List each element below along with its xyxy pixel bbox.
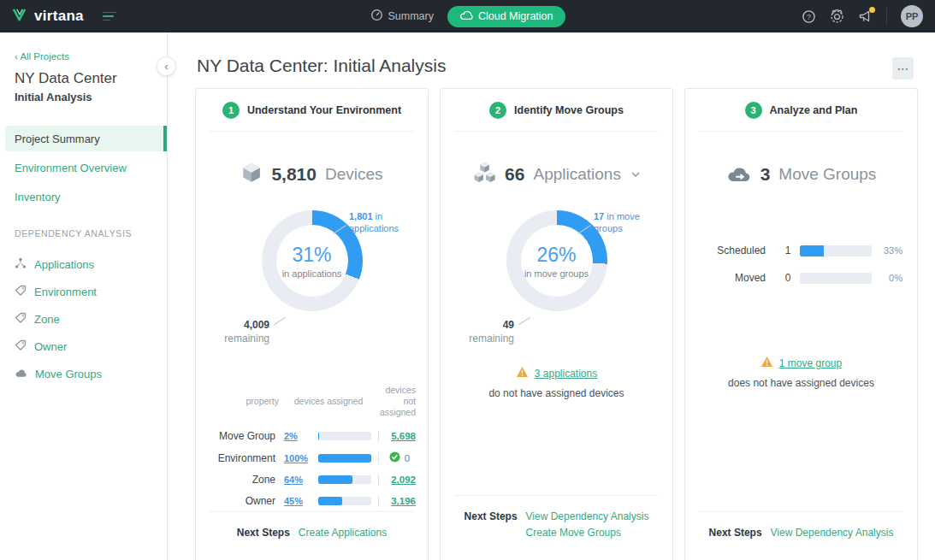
project-title: NY Data Center (15, 70, 167, 87)
cloud-icon (459, 9, 473, 24)
table-divider (378, 496, 379, 507)
check-circle-icon (389, 451, 400, 464)
settings-gear-icon[interactable] (830, 9, 844, 24)
bar-percent: 0% (872, 273, 902, 283)
assigned-percent-link[interactable]: 2% (284, 431, 318, 441)
row-label: Owner (210, 495, 284, 507)
sidebar-item-project-summary[interactable]: Project Summary (5, 126, 167, 151)
applications-count: 66 (505, 164, 524, 185)
row-label: Zone (210, 474, 284, 486)
devices-donut-chart: 31% in applications 1,801 in application… (210, 203, 414, 349)
page-title: NY Data Center: Initial Analysis (197, 56, 935, 76)
next-steps-label: Next Steps (237, 527, 290, 539)
assigned-bar (318, 454, 371, 463)
next-steps-label: Next Steps (465, 510, 518, 522)
virtana-logo[interactable]: virtana (12, 8, 84, 26)
gauge-icon (370, 9, 382, 24)
sidebar-item-inventory[interactable]: Inventory (0, 184, 167, 209)
more-options-button[interactable]: ⋯ (892, 57, 914, 80)
chevron-down-icon (631, 171, 640, 178)
sidebar-collapse-button[interactable]: ‹ (157, 56, 176, 76)
complete-value: 0 (383, 451, 416, 464)
assigned-percent-link[interactable]: 64% (284, 475, 318, 485)
sidebar-item-environment[interactable]: Environment (0, 278, 167, 305)
topbar-divider (886, 8, 887, 25)
bar-label: Moved (699, 272, 776, 284)
main-content: NY Data Center: Initial Analysis ⋯ 1 Und… (169, 32, 935, 560)
applications-label: Applications (533, 165, 620, 184)
all-projects-back-link[interactable]: ‹ All Projects (15, 51, 167, 62)
callout-leader-line (518, 317, 530, 325)
network-icon (15, 257, 27, 272)
remaining-callout: 49remaining (461, 318, 514, 345)
create-move-groups-link[interactable]: Create Move Groups (526, 527, 649, 539)
move-group-warning: 1 move group does not have assigned devi… (699, 356, 903, 389)
moved-bar (800, 273, 872, 284)
row-label: Environment (210, 452, 284, 464)
sidebar-item-zone[interactable]: Zone (0, 305, 167, 333)
tag-icon (15, 312, 27, 327)
view-dependency-analysis-link[interactable]: View Dependency Analysis (526, 510, 649, 522)
card-analyze-and-plan: 3 Analyze and Plan 3 Move Groups Schedul… (684, 88, 918, 560)
warning-text: does not have assigned devices (699, 377, 903, 389)
move-group-warning-link[interactable]: 1 move group (779, 357, 842, 369)
not-assigned-link[interactable]: 3,196 (383, 496, 416, 506)
applications-dropdown[interactable]: 66 Applications (454, 157, 659, 192)
sidebar-item-applications[interactable]: Applications (0, 251, 167, 278)
card-title: Analyze and Plan (770, 104, 858, 116)
table-divider (378, 475, 379, 486)
property-assignment-table: property devices assigned devices not as… (210, 385, 414, 507)
applications-warning-link[interactable]: 3 applications (535, 368, 597, 380)
move-group-progress-bars: Scheduled 1 33% Moved 0 0% (699, 245, 903, 284)
in-move-groups-callout: 17 in move groups (594, 210, 657, 235)
col-header-devices-not-assigned: devices not assigned (373, 385, 416, 421)
donut-percent: 31% (292, 244, 331, 267)
card-title: Understand Your Environment (247, 104, 401, 116)
in-applications-callout: 1,801 in applications (349, 210, 412, 235)
cubes-icon (473, 162, 496, 186)
virtana-logo-icon (12, 8, 28, 26)
cloud-arrow-icon (726, 163, 752, 186)
create-applications-link[interactable]: Create Applications (299, 527, 387, 539)
next-steps-label: Next Steps (709, 527, 762, 539)
remaining-callout: 4,009remaining (216, 318, 269, 345)
nav-summary[interactable]: Summary (370, 9, 433, 24)
bar-label: Scheduled (699, 245, 776, 256)
sidebar-item-move-groups[interactable]: Move Groups (0, 360, 167, 387)
warning-triangle-icon (516, 366, 529, 381)
svg-text:?: ? (807, 12, 811, 21)
donut-ring: 31% in applications (262, 210, 363, 311)
help-icon[interactable]: ? (802, 9, 816, 24)
table-divider (378, 431, 379, 442)
topbar: virtana Summary Cloud Migration ? (0, 0, 935, 32)
donut-center-label: in move groups (524, 268, 589, 279)
sidebar: ‹ All Projects NY Data Center Initial An… (0, 32, 168, 560)
devices-count: 5,810 (271, 164, 317, 185)
donut-center-label: in applications (282, 268, 342, 279)
col-header-devices-assigned: devices assigned (284, 396, 373, 410)
nav-summary-label: Summary (388, 10, 433, 22)
assigned-percent-link[interactable]: 100% (284, 453, 318, 463)
assigned-bar (318, 432, 371, 440)
assigned-percent-link[interactable]: 45% (284, 496, 318, 506)
view-dependency-analysis-link[interactable]: View Dependency Analysis (771, 527, 894, 539)
sidebar-item-environment-overview[interactable]: Environment Overview (0, 155, 167, 180)
bar-count: 1 (776, 245, 800, 256)
bar-percent: 33% (872, 245, 902, 256)
step-badge: 3 (745, 102, 762, 119)
menu-icon[interactable] (103, 12, 116, 21)
step-badge: 1 (222, 102, 240, 119)
announcements-megaphone-icon[interactable] (858, 9, 873, 23)
row-label: Move Group (210, 430, 284, 442)
nav-cloud-migration[interactable]: Cloud Migration (447, 6, 565, 27)
step-badge: 2 (489, 102, 506, 119)
user-avatar[interactable]: PP (901, 5, 923, 27)
not-assigned-link[interactable]: 5,698 (383, 431, 416, 441)
not-assigned-link[interactable]: 2,092 (383, 475, 416, 485)
move-groups-label: Move Groups (778, 165, 876, 184)
sidebar-item-owner[interactable]: Owner (0, 333, 167, 360)
project-subtitle: Initial Analysis (15, 91, 167, 103)
applications-warning: 3 applications do not have assigned devi… (454, 366, 659, 399)
assigned-bar (318, 497, 371, 505)
card-understand-environment: 1 Understand Your Environment 5,810 Devi… (195, 88, 429, 560)
